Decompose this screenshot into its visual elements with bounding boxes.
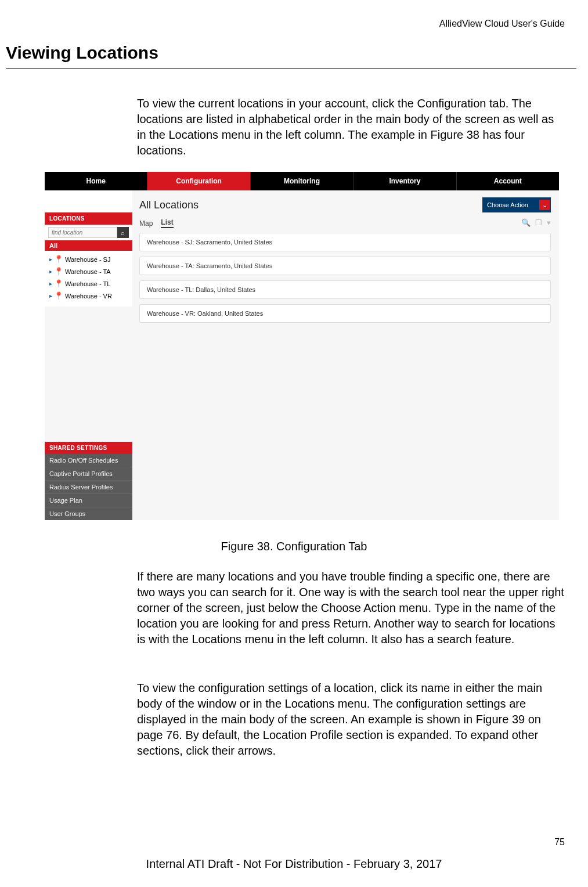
nav-tab-home[interactable]: Home — [45, 172, 147, 190]
caret-icon: ▸ — [49, 280, 52, 287]
location-row[interactable]: Warehouse - VR: Oakland, United States — [139, 304, 551, 323]
dropdown-icon[interactable]: ▾ — [547, 218, 551, 227]
caret-icon: ▸ — [49, 256, 52, 262]
sidebar-item-warehouse-ta[interactable]: ▸ 📍 Warehouse - TA — [45, 265, 132, 277]
body-paragraph-3: To view the configuration settings of a … — [137, 680, 566, 759]
choose-action-dropdown[interactable]: Choose Action ⌄ — [482, 197, 551, 212]
location-row[interactable]: Warehouse - TA: Sacramento, United State… — [139, 257, 551, 275]
main-panel: All Locations Choose Action ⌄ Map List 🔍… — [132, 190, 559, 520]
section-title: Viewing Locations — [6, 43, 158, 63]
caret-icon: ▸ — [49, 293, 52, 299]
sidebar-locations-header: LOCATIONS — [45, 212, 132, 225]
page-number: 75 — [554, 837, 565, 848]
sidebar-item-warehouse-sj[interactable]: ▸ 📍 Warehouse - SJ — [45, 253, 132, 265]
title-rule — [6, 68, 576, 69]
search-icon[interactable]: 🔍 — [521, 218, 531, 227]
view-list-toggle[interactable]: List — [161, 218, 173, 228]
figure-screenshot: Home Configuration Monitoring Inventory … — [45, 172, 559, 520]
guide-title: AlliedView Cloud User's Guide — [439, 19, 565, 29]
nav-tab-monitoring[interactable]: Monitoring — [251, 172, 353, 190]
shared-item-user-groups[interactable]: User Groups — [45, 507, 132, 520]
sidebar-shared-header: SHARED SETTINGS — [45, 442, 132, 454]
search-icon: ⌕ — [121, 229, 125, 236]
view-map-toggle[interactable]: Map — [139, 219, 153, 228]
sidebar-item-label: Warehouse - SJ — [65, 256, 110, 263]
pin-icon: 📍 — [54, 255, 63, 264]
pin-icon: 📍 — [54, 291, 63, 300]
choose-action-label: Choose Action — [487, 201, 528, 208]
location-row[interactable]: Warehouse - SJ: Sacramento, United State… — [139, 233, 551, 251]
chevron-down-icon: ⌄ — [539, 200, 550, 210]
body-paragraph-2: If there are many locations and you have… — [137, 569, 566, 647]
copy-icon[interactable]: ❐ — [535, 218, 542, 227]
sidebar: LOCATIONS ⌕ All ▸ 📍 Warehouse - SJ ▸ — [45, 190, 132, 520]
shared-item-radio-schedules[interactable]: Radio On/Off Schedules — [45, 454, 132, 467]
nav-tab-account[interactable]: Account — [457, 172, 559, 190]
shared-item-usage-plan[interactable]: Usage Plan — [45, 494, 132, 507]
sidebar-shared-list: Radio On/Off Schedules Captive Portal Pr… — [45, 454, 132, 520]
sidebar-item-warehouse-tl[interactable]: ▸ 📍 Warehouse - TL — [45, 277, 132, 290]
shared-item-radius-server[interactable]: Radius Server Profiles — [45, 481, 132, 494]
sidebar-item-warehouse-vr[interactable]: ▸ 📍 Warehouse - VR — [45, 290, 132, 302]
footer-draft-notice: Internal ATI Draft - Not For Distributio… — [0, 857, 588, 871]
caret-icon: ▸ — [49, 268, 52, 275]
top-nav: Home Configuration Monitoring Inventory … — [45, 172, 559, 190]
intro-paragraph: To view the current locations in your ac… — [137, 96, 566, 158]
find-location-button[interactable]: ⌕ — [117, 227, 129, 238]
main-title: All Locations — [139, 199, 199, 211]
shared-item-captive-portal[interactable]: Captive Portal Profiles — [45, 467, 132, 481]
sidebar-item-label: Warehouse - TL — [65, 280, 110, 287]
location-row[interactable]: Warehouse - TL: Dallas, United States — [139, 280, 551, 299]
find-location-input[interactable] — [48, 227, 117, 238]
sidebar-item-label: Warehouse - TA — [65, 268, 111, 275]
nav-tab-inventory[interactable]: Inventory — [353, 172, 456, 190]
nav-tab-configuration[interactable]: Configuration — [147, 172, 250, 190]
sidebar-item-label: Warehouse - VR — [65, 293, 112, 300]
sidebar-location-list: ▸ 📍 Warehouse - SJ ▸ 📍 Warehouse - TA ▸ … — [45, 251, 132, 307]
figure-caption: Figure 38. Configuration Tab — [0, 540, 588, 553]
pin-icon: 📍 — [54, 279, 63, 288]
sidebar-all[interactable]: All — [45, 240, 132, 251]
pin-icon: 📍 — [54, 267, 63, 276]
